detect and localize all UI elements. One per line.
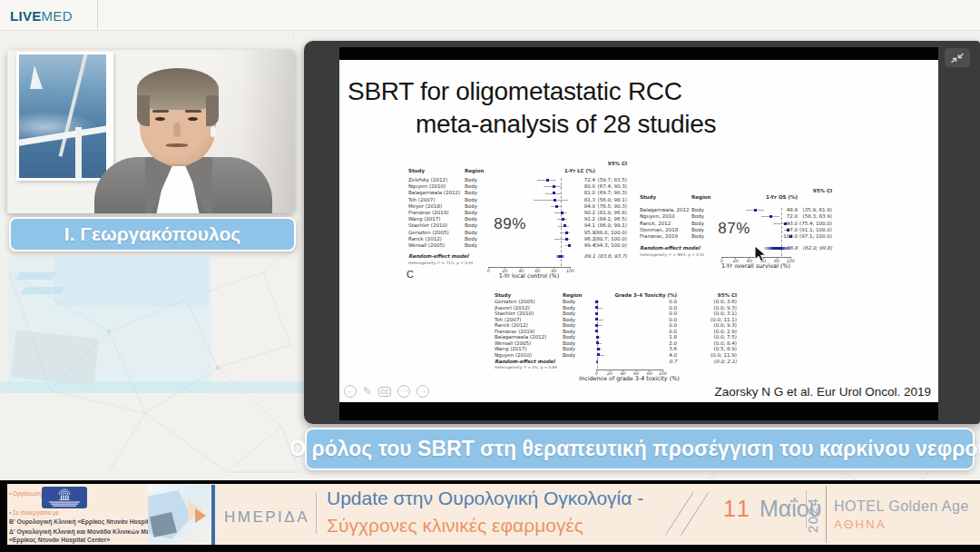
row-ci: (80.7; 100.0) <box>585 237 627 242</box>
row-marker <box>562 218 564 221</box>
col-header-value: 1-Yr OS (%) <box>730 195 798 201</box>
row-ci: (84.1; 96.5) <box>585 217 627 222</box>
talk-title: Ο ρόλος του SBRT στη θεραπευτική προσέγγ… <box>289 437 980 461</box>
row-marker <box>546 179 549 182</box>
row-study: Stenman, 2018 <box>640 228 678 233</box>
exit-fullscreen-button[interactable] <box>945 48 970 67</box>
top-bar: LIVEMED <box>0 0 980 31</box>
header-divider <box>97 0 98 30</box>
row-ci: (58.3; 83.9) <box>790 214 832 220</box>
row-marker <box>754 209 757 212</box>
row-study: Wang (2017) <box>495 347 526 352</box>
row-ci: (91.1; 100.0) <box>790 228 832 233</box>
row-study: Meyer (2018) <box>408 204 442 210</box>
row-region: Body <box>691 214 704 220</box>
row-ci: (59.7; 83.5) <box>585 178 627 183</box>
sailboat-picture <box>16 52 113 181</box>
logo-med-text: MED <box>42 8 73 24</box>
pooled-value: 0.7 <box>650 360 677 365</box>
row-study: Franzese (2019) <box>408 211 448 216</box>
col-header-ci: 95% CI <box>701 293 737 299</box>
heterogeneity-note: Heterogeneity: I² = 71%, p < 0.01 <box>408 261 474 265</box>
row-value: 3.6 <box>650 347 677 352</box>
col-header-region: Region <box>563 293 582 299</box>
row-region: Body <box>465 191 477 196</box>
row-ci: (0.0; 3.1) <box>695 311 737 317</box>
row-region: Body <box>563 335 575 340</box>
heterogeneity-note: Heterogeneity: I² = 89%, p < 0.01 <box>640 253 705 257</box>
speaker-video[interactable] <box>7 50 295 213</box>
cc-icon: CC <box>381 388 389 396</box>
collab-clinic-2: Δ' Ογκολογική Κλινική και Μονάδα Κλινικώ… <box>9 528 168 535</box>
event-title-line2: Σύγχρονες κλινικές εφαρμογές <box>327 515 583 537</box>
row-ci: (81.0; 96.8) <box>585 211 627 216</box>
pooled-dashed-line <box>561 178 562 266</box>
speaker-name: Ι. Γεωργακόπουλος <box>64 223 240 245</box>
webinar-stage: LIVEMED Ι. Γεωργακόπουλος <box>0 0 980 552</box>
row-study: Staehler (2010) <box>495 311 534 317</box>
organized-by-label: • Οργάνωση: <box>9 490 44 497</box>
forest-plot-3: StudyRegionGrade 3-4 Toxicity (%)95% CIG… <box>495 289 741 385</box>
row-ci: (56.0; 98.1) <box>585 198 627 203</box>
date-divider-2 <box>826 486 827 543</box>
organizer-logo <box>42 487 87 512</box>
row-marker <box>561 212 564 214</box>
row-study: Ranck (2012) <box>495 323 528 329</box>
row-marker <box>596 336 599 339</box>
row-marker <box>595 306 598 309</box>
col-header-ci: 95% CI <box>591 162 627 167</box>
slide-player-window: SBRT for oligometastatic RCC meta-analys… <box>304 41 980 424</box>
event-year: 2024 <box>805 492 823 537</box>
pooled-label: Random-effect model <box>495 360 554 365</box>
row-study: Teh (2007) <box>408 198 435 203</box>
row-study: Nguyen (2010) <box>495 353 532 359</box>
row-study: Wang (2017) <box>408 217 440 222</box>
slide-citation: Zaorsky N G et al. Eur Urol Oncol. 2019 <box>714 385 931 399</box>
prev-slide-button[interactable]: ← <box>344 385 357 398</box>
row-study: Gerszten (2005) <box>495 300 535 305</box>
row-marker <box>554 199 556 202</box>
row-marker <box>555 205 558 208</box>
captions-button[interactable]: CC <box>378 387 391 397</box>
pooled-dashed-line <box>597 300 598 369</box>
row-ci: (0.0; 3.6) <box>695 300 737 305</box>
row-marker <box>553 185 555 188</box>
row-ci: (35.9; 61.9) <box>790 208 832 213</box>
x-axis-title: 1-Yr overall survival (%) <box>694 263 818 269</box>
col-header-region: Region <box>691 195 710 201</box>
ellipsis-icon: ⋯ <box>400 388 407 395</box>
row-marker <box>595 330 598 332</box>
row-study: Ranck (2012) <box>408 237 442 242</box>
row-ci-line <box>534 200 568 201</box>
col-header-region: Region <box>465 169 484 174</box>
row-study: Balagamwala (2012) <box>495 335 546 340</box>
row-ci: (76.5; 90.3) <box>585 204 627 210</box>
livemed-logo: LIVEMED <box>10 8 73 24</box>
pooled-annotation: 87% <box>707 221 761 236</box>
row-value: 0.0 <box>650 323 677 329</box>
row-marker <box>595 301 598 303</box>
row-region: Body <box>465 231 477 236</box>
footer-divider <box>316 492 317 534</box>
row-study: Nguyen, 2010 <box>640 214 675 220</box>
pooled-label: Random-effect model <box>640 246 700 251</box>
more-options-button[interactable]: ⋯ <box>397 385 410 398</box>
pooled-ci: (0.0; 2.1) <box>695 360 737 365</box>
row-region: Body <box>465 223 477 229</box>
row-marker <box>596 341 599 344</box>
row-value: 0.0 <box>650 300 677 305</box>
row-region: Body <box>465 198 477 203</box>
row-ci: (69.7; 90.3) <box>585 191 627 196</box>
row-ci: (0.0; 7.5) <box>695 335 737 340</box>
arrow-right-icon: → <box>419 388 426 395</box>
row-study: Ranck, 2012 <box>640 222 671 227</box>
row-marker <box>553 192 555 194</box>
next-slide-button[interactable]: → <box>416 385 429 398</box>
row-region: Body <box>465 237 477 242</box>
row-marker <box>564 224 566 227</box>
row-marker <box>597 348 600 350</box>
annotate-button[interactable]: ✎ <box>363 385 372 398</box>
event-city: ΑΘΗΝΑ <box>834 518 887 531</box>
row-study: Balagamwala (2012) <box>408 191 460 196</box>
row-marker <box>595 324 598 327</box>
